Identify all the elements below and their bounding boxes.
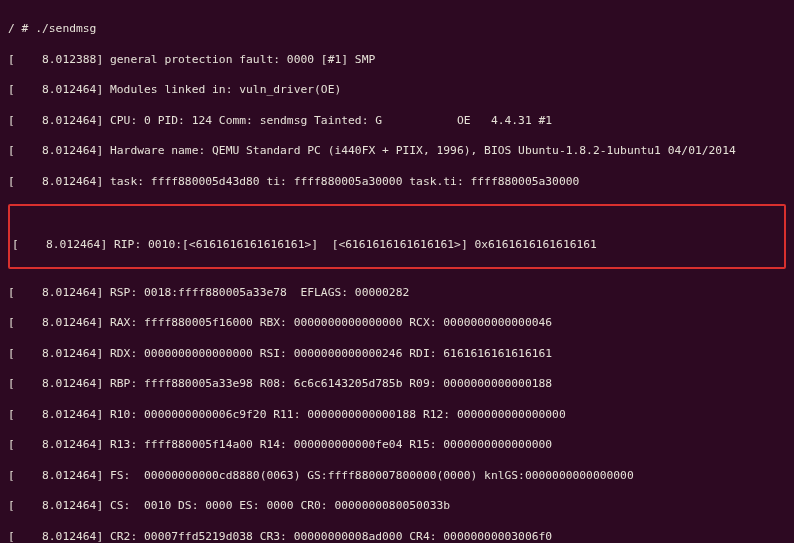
log-cr2: [ 8.012464] CR2: 00007ffd5219d038 CR3: 0… — [8, 529, 786, 544]
log-modules: [ 8.012464] Modules linked in: vuln_driv… — [8, 82, 786, 97]
log-rsp: [ 8.012464] RSP: 0018:ffff880005a33e78 E… — [8, 285, 786, 300]
log-hardware: [ 8.012464] Hardware name: QEMU Standard… — [8, 143, 786, 158]
log-cpu: [ 8.012464] CPU: 0 PID: 124 Comm: sendms… — [8, 113, 786, 128]
log-cs: [ 8.012464] CS: 0010 DS: 0000 ES: 0000 C… — [8, 498, 786, 513]
log-fs: [ 8.012464] FS: 00000000000cd8880(0063) … — [8, 468, 786, 483]
log-rip: [ 8.012464] RIP: 0010:[<6161616161616161… — [12, 237, 782, 252]
log-r10: [ 8.012464] R10: 0000000000006c9f20 R11:… — [8, 407, 786, 422]
log-task: [ 8.012464] task: ffff880005d43d80 ti: f… — [8, 174, 786, 189]
terminal-output[interactable]: / # ./sendmsg [ 8.012388] general protec… — [0, 0, 794, 543]
log-r13: [ 8.012464] R13: ffff880005f14a00 R14: 0… — [8, 437, 786, 452]
log-rbp: [ 8.012464] RBP: ffff880005a33e98 R08: 6… — [8, 376, 786, 391]
cmd-line: / # ./sendmsg — [8, 21, 786, 36]
log-rdx: [ 8.012464] RDX: 0000000000000000 RSI: 0… — [8, 346, 786, 361]
log-gpf: [ 8.012388] general protection fault: 00… — [8, 52, 786, 67]
highlight-rip-line: [ 8.012464] RIP: 0010:[<6161616161616161… — [8, 204, 786, 269]
log-rax: [ 8.012464] RAX: ffff880005f16000 RBX: 0… — [8, 315, 786, 330]
